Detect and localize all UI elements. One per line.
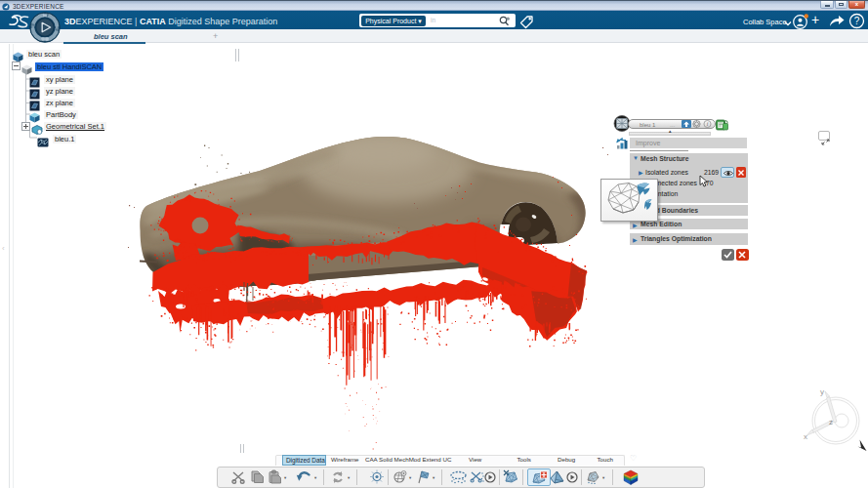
svg-text:y: y — [820, 387, 824, 396]
svg-text:x: x — [804, 432, 807, 441]
svg-text:?: ? — [854, 16, 860, 26]
svg-text:z: z — [829, 418, 833, 427]
svg-text:i: i — [707, 121, 709, 127]
